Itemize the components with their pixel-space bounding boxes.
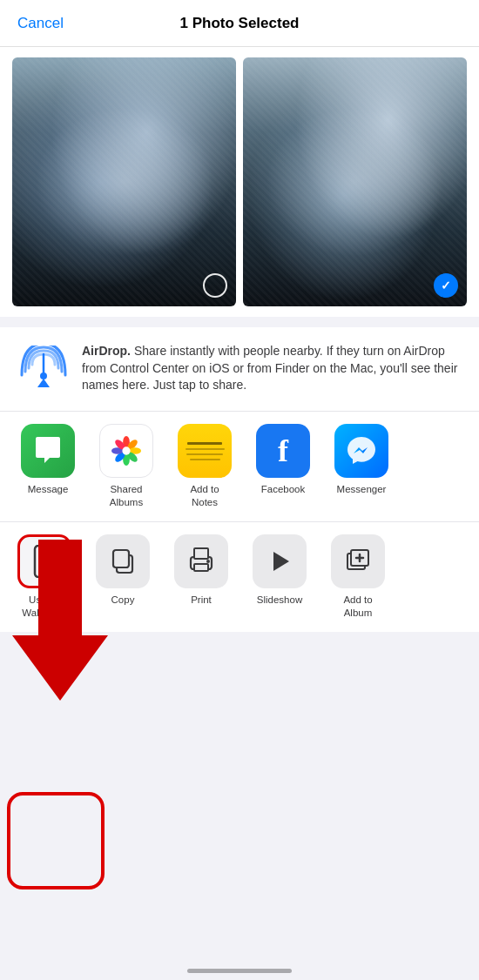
messenger-label: Messenger	[337, 483, 387, 496]
photos-svg	[105, 430, 147, 472]
shared-albums-label: SharedAlbums	[110, 483, 143, 509]
facebook-label: Facebook	[261, 483, 306, 496]
action-add-to-album[interactable]: Add toAlbum	[319, 534, 397, 620]
add-to-album-label: Add toAlbum	[343, 594, 372, 620]
svg-rect-11	[40, 547, 49, 549]
svg-marker-19	[273, 552, 289, 571]
messages-svg	[32, 435, 64, 467]
wallpaper-highlight-box	[7, 792, 105, 889]
photo-thumbnail-1	[12, 57, 236, 306]
messages-label: Message	[28, 483, 69, 496]
airdrop-section: AirDrop. Share instantly with people nea…	[0, 327, 479, 411]
add-to-notes-label: Add toNotes	[190, 483, 219, 509]
photo-thumbnail-2	[243, 57, 467, 306]
svg-rect-14	[113, 550, 129, 567]
separator-1	[0, 317, 479, 327]
svg-rect-17	[194, 564, 208, 571]
action-slideshow[interactable]: Slideshow	[240, 534, 319, 607]
photo-select-2[interactable]: ✓	[434, 273, 458, 298]
checkmark-icon: ✓	[441, 279, 451, 292]
airdrop-description: AirDrop. Share instantly with people nea…	[82, 343, 462, 394]
copy-label: Copy	[111, 594, 135, 607]
svg-rect-10	[35, 546, 54, 577]
share-app-shared-albums[interactable]: SharedAlbums	[87, 424, 165, 509]
action-copy[interactable]: Copy	[84, 534, 162, 607]
copy-icon-box	[96, 534, 150, 588]
svg-point-18	[206, 560, 210, 563]
cancel-button[interactable]: Cancel	[17, 15, 64, 32]
notes-icon	[178, 424, 232, 478]
plus-stack-icon	[342, 547, 374, 576]
action-use-as-wallpaper[interactable]: Use asWallpaper	[5, 534, 84, 620]
share-app-messages[interactable]: Message	[9, 424, 87, 496]
wallpaper-label: Use asWallpaper	[22, 594, 66, 620]
wallpaper-icon-box	[17, 534, 71, 588]
photo-select-1[interactable]	[203, 273, 227, 298]
home-indicator	[187, 969, 292, 973]
airdrop-icon	[17, 343, 70, 395]
airdrop-svg	[20, 346, 67, 393]
messenger-svg	[346, 435, 377, 467]
header: Cancel 1 Photo Selected	[0, 0, 479, 47]
play-icon	[265, 547, 294, 576]
share-app-messenger[interactable]: Messenger	[322, 424, 401, 496]
photo-item-2[interactable]: ✓	[243, 57, 467, 306]
svg-point-9	[122, 446, 130, 454]
photo-item-1[interactable]	[12, 57, 236, 306]
slideshow-icon-box	[253, 534, 307, 588]
share-app-add-to-notes[interactable]: Add toNotes	[165, 424, 244, 509]
svg-point-12	[44, 573, 46, 575]
messages-icon	[21, 424, 75, 478]
copy-icon	[108, 547, 138, 576]
add-to-album-icon-box	[331, 534, 385, 588]
share-apps-row: Message SharedAlbums	[0, 411, 479, 521]
phone-icon	[31, 545, 57, 578]
share-app-facebook[interactable]: f Facebook	[244, 424, 322, 496]
photos-icon	[99, 424, 153, 478]
svg-rect-16	[194, 548, 208, 559]
print-icon	[186, 547, 217, 576]
action-row: Use asWallpaper Copy Print	[0, 522, 479, 632]
slideshow-label: Slideshow	[257, 594, 302, 607]
facebook-icon: f	[256, 424, 310, 478]
photos-area: ✓	[0, 47, 479, 317]
svg-point-0	[40, 373, 47, 379]
print-label: Print	[191, 594, 212, 607]
airdrop-title: AirDrop.	[82, 344, 131, 358]
action-print[interactable]: Print	[162, 534, 240, 607]
page-title: 1 Photo Selected	[180, 15, 300, 32]
messenger-icon	[334, 424, 388, 478]
print-icon-box	[174, 534, 228, 588]
